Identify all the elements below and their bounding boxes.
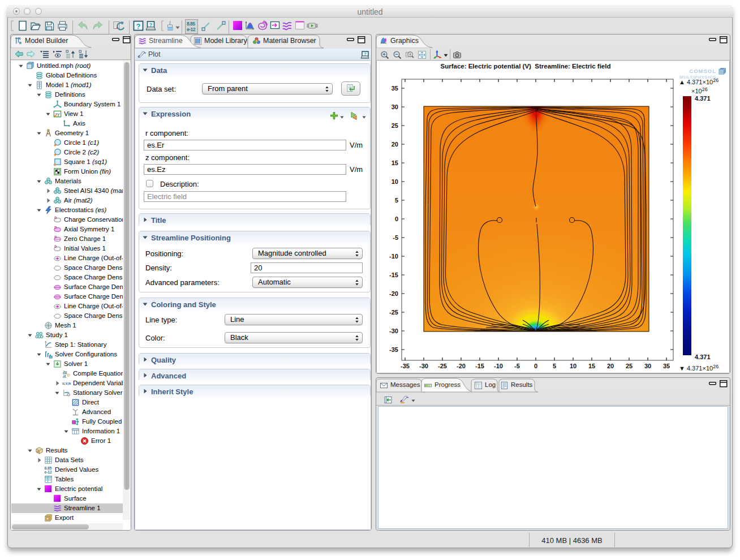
svg-text:▼ 4.371×1026: ▼ 4.371×1026 xyxy=(679,364,719,372)
svg-text:5: 5 xyxy=(553,363,556,369)
svg-text:35: 35 xyxy=(663,363,670,369)
svg-text:D: D xyxy=(54,235,57,239)
svg-text:4.371: 4.371 xyxy=(695,354,711,360)
svg-text:-35: -35 xyxy=(401,363,410,369)
svg-text:-25: -25 xyxy=(389,309,398,316)
svg-text:20: 20 xyxy=(607,363,614,369)
svg-text:-30: -30 xyxy=(419,363,428,369)
svg-text:10: 10 xyxy=(391,178,398,185)
svg-text:D: D xyxy=(54,216,57,219)
svg-text:-10: -10 xyxy=(494,363,503,369)
svg-text:?: ? xyxy=(149,22,153,28)
svg-text:COMSOL: COMSOL xyxy=(689,68,716,74)
svg-text:-15: -15 xyxy=(475,363,484,369)
svg-text:▲ 4.371×1026: ▲ 4.371×1026 xyxy=(679,77,719,85)
svg-text:30: 30 xyxy=(391,104,398,110)
svg-text:-35: -35 xyxy=(389,346,398,353)
svg-text:∂t: ∂t xyxy=(63,374,66,378)
svg-text:15: 15 xyxy=(588,363,595,369)
svg-text:-5: -5 xyxy=(393,234,398,241)
svg-text:-20: -20 xyxy=(389,290,398,297)
svg-text:0: 0 xyxy=(534,363,537,369)
svg-text:D: D xyxy=(54,226,57,229)
svg-text:10: 10 xyxy=(570,363,576,369)
svg-text:-30: -30 xyxy=(389,328,398,334)
svg-text:25: 25 xyxy=(391,122,398,129)
svg-text:Surface: Electric potential (V: Surface: Electric potential (V) Streamli… xyxy=(440,63,610,70)
svg-text:30: 30 xyxy=(644,363,651,369)
svg-text:e-12: e-12 xyxy=(44,470,51,474)
svg-text:u,v,w: u,v,w xyxy=(62,381,71,386)
svg-text:-25: -25 xyxy=(438,363,447,369)
svg-text:-20: -20 xyxy=(457,363,466,369)
svg-text:15: 15 xyxy=(391,160,398,166)
svg-text:0: 0 xyxy=(395,216,398,222)
svg-text:?: ? xyxy=(364,51,367,57)
svg-text:25: 25 xyxy=(626,363,633,369)
svg-text:4.371: 4.371 xyxy=(695,95,711,102)
svg-text:-15: -15 xyxy=(389,272,398,278)
svg-text:×1026: ×1026 xyxy=(691,87,708,94)
svg-text:-5: -5 xyxy=(514,363,520,369)
svg-text:8.85: 8.85 xyxy=(44,466,51,470)
svg-text:5: 5 xyxy=(395,197,398,204)
svg-text:35: 35 xyxy=(391,85,398,92)
svg-text:-10: -10 xyxy=(389,253,398,260)
svg-text:?: ? xyxy=(136,22,141,31)
svg-text:D: D xyxy=(54,245,57,248)
svg-text:∂u: ∂u xyxy=(63,370,67,374)
svg-text:20: 20 xyxy=(391,141,398,148)
